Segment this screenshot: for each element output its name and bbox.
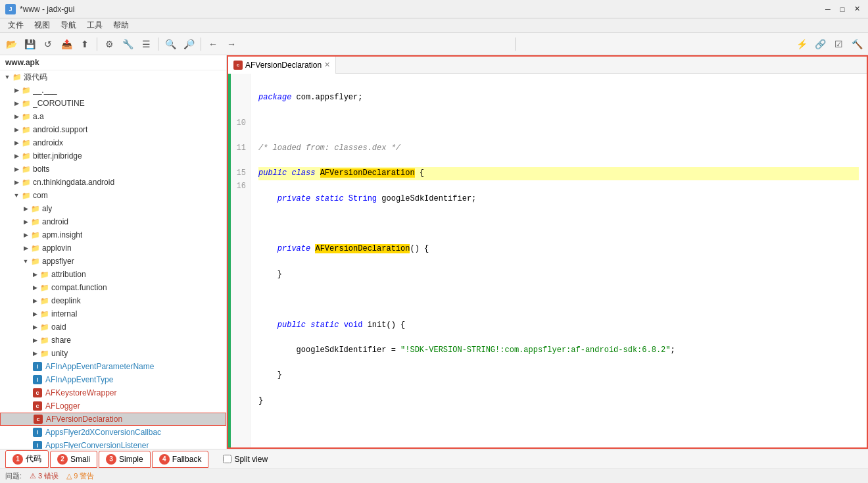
toolbar-separator-1 bbox=[97, 38, 97, 51]
tree-node-android-support[interactable]: ▶ 📁 android.support bbox=[0, 123, 226, 136]
toolbar-decompile2[interactable]: 🔧 bbox=[119, 36, 136, 53]
tree-node-androidx[interactable]: ▶ 📁 androidx bbox=[0, 136, 226, 149]
status-errors: ⚠ 3 错误 bbox=[30, 471, 59, 481]
tree-node-AFLogger[interactable]: c AFLogger bbox=[0, 399, 226, 413]
code-lines: package com.appsflyer; /* loaded from: c… bbox=[251, 74, 867, 447]
tree-node-com[interactable]: ▼ 📁 com bbox=[0, 189, 226, 202]
folder-icon-bitter: 📁 bbox=[21, 151, 32, 161]
tree-node-oaid[interactable]: ▶ 📁 oaid bbox=[0, 320, 226, 334]
tab-close-button[interactable]: ✕ bbox=[324, 61, 330, 69]
class-icon-AFKeystoreWrapper: c bbox=[33, 388, 42, 397]
toolbar-export2[interactable]: ⬆ bbox=[76, 36, 93, 53]
menu-tools[interactable]: 工具 bbox=[82, 18, 108, 32]
window-controls: ─ □ ✕ bbox=[822, 3, 863, 15]
tree-node-appsflyer[interactable]: ▼ 📁 appsflyer bbox=[0, 255, 226, 268]
interface-icon-AppsFlyer2dX: I bbox=[33, 428, 42, 437]
tree-node-apm[interactable]: ▶ 📁 apm.insight bbox=[0, 228, 226, 242]
apk-label: www.apk bbox=[0, 55, 226, 70]
tree-node-compat[interactable]: ▶ 📁 compat.function bbox=[0, 281, 226, 294]
tree-node-bitter[interactable]: ▶ 📁 bitter.jnibridge bbox=[0, 149, 226, 163]
maximize-button[interactable]: □ bbox=[836, 3, 848, 15]
tree-node-aa[interactable]: ▶ 📁 a.a bbox=[0, 110, 226, 123]
tree-node-unity[interactable]: ▶ 📁 unity bbox=[0, 347, 226, 360]
toolbar-export[interactable]: 📤 bbox=[58, 36, 75, 53]
toolbar-save[interactable]: 💾 bbox=[21, 36, 38, 53]
toolbar-search[interactable]: 🔍 bbox=[162, 36, 179, 53]
tree-node-android[interactable]: ▶ 📁 android bbox=[0, 215, 226, 228]
tree-root[interactable]: ▼ 📁 源代码 bbox=[0, 70, 226, 84]
tree-node-AppsFlyerConversionListener[interactable]: I AppsFlyerConversionListener bbox=[0, 439, 226, 449]
split-view-checkbox[interactable] bbox=[223, 455, 231, 463]
toolbar-settings-2[interactable]: 🔗 bbox=[811, 36, 829, 53]
tree-node-share[interactable]: ▶ 📁 share bbox=[0, 334, 226, 347]
menu-bar: 文件 视图 导航 工具 帮助 bbox=[0, 18, 868, 33]
tree-node-coroutine[interactable]: ▶ 📁 _COROUTINE bbox=[0, 97, 226, 110]
tree-node-cn[interactable]: ▶ 📁 cn.thinkingdata.android bbox=[0, 176, 226, 189]
code-editor[interactable]: 10 11 15 16 package com.appsflyer; /* lo… bbox=[228, 74, 867, 447]
tree-node-internal[interactable]: ▶ 📁 internal bbox=[0, 307, 226, 320]
status-warnings: △ 9 警告 bbox=[66, 471, 94, 481]
warning-count: 9 警告 bbox=[74, 471, 94, 481]
title-text: *www - jadx-gui bbox=[20, 5, 74, 14]
bottom-tab-smali[interactable]: 2 Smali bbox=[50, 451, 97, 468]
toolbar-refresh[interactable]: ↺ bbox=[39, 36, 57, 53]
tree-node-applovin[interactable]: ▶ 📁 applovin bbox=[0, 242, 226, 255]
toolbar-view[interactable]: ☰ bbox=[137, 36, 155, 53]
toolbar-decompile[interactable]: ⚙ bbox=[101, 36, 118, 53]
menu-navigate[interactable]: 导航 bbox=[55, 18, 82, 32]
bottom-tab-simple[interactable]: 3 Simple bbox=[99, 451, 151, 468]
tree-node-AFVersionDeclaration[interactable]: c AFVersionDeclaration bbox=[0, 413, 226, 426]
tree-node-AFInAppEventType[interactable]: I AFInAppEventType bbox=[0, 373, 226, 386]
toolbar-open[interactable]: 📂 bbox=[3, 36, 20, 53]
tree-node-attribution[interactable]: ▶ 📁 attribution bbox=[0, 268, 226, 281]
bottom-panel: 1 代码 2 Smali 3 Simple 4 Fallback Split v… bbox=[0, 449, 868, 469]
tree-node-deeplink[interactable]: ▶ 📁 deeplink bbox=[0, 294, 226, 307]
folder-icon-dotdot: 📁 bbox=[21, 86, 32, 95]
tree-node-aly[interactable]: ▶ 📁 aly bbox=[0, 202, 226, 215]
tab-class-icon: c bbox=[233, 61, 243, 70]
tree-node-dotdot[interactable]: ▶ 📁 __.___ bbox=[0, 84, 226, 97]
tab-num-3: 3 bbox=[106, 454, 116, 465]
tree-node-bolts[interactable]: ▶ 📁 bolts bbox=[0, 163, 226, 176]
folder-icon-coroutine: 📁 bbox=[21, 99, 32, 108]
app-icon: J bbox=[5, 4, 16, 14]
toolbar-settings-4[interactable]: 🔨 bbox=[848, 36, 865, 53]
folder-icon-bolts: 📁 bbox=[21, 165, 32, 174]
folder-icon-android-support: 📁 bbox=[21, 125, 32, 134]
menu-help[interactable]: 帮助 bbox=[108, 18, 134, 32]
toolbar-settings-1[interactable]: ⚡ bbox=[793, 36, 810, 53]
minimize-button[interactable]: ─ bbox=[822, 3, 834, 15]
tree-node-AFInAppEventParameterName[interactable]: I AFInAppEventParameterName bbox=[0, 360, 226, 373]
tree-node-AppsFlyer2dX[interactable]: I AppsFlyer2dXConversionCallbac bbox=[0, 426, 226, 439]
title-bar: J *www - jadx-gui ─ □ ✕ bbox=[0, 0, 868, 18]
folder-icon-aly: 📁 bbox=[30, 204, 41, 213]
status-bar: 问题: ⚠ 3 错误 △ 9 警告 bbox=[0, 469, 868, 483]
menu-view[interactable]: 视图 bbox=[29, 18, 55, 32]
folder-icon-internal: 📁 bbox=[39, 309, 50, 318]
toolbar-forward[interactable]: → bbox=[223, 36, 240, 53]
tree-node-AFKeystoreWrapper[interactable]: c AFKeystoreWrapper bbox=[0, 386, 226, 399]
folder-icon-root: 📁 bbox=[12, 72, 22, 82]
toolbar-back[interactable]: ← bbox=[205, 36, 222, 53]
code-content: 10 11 15 16 package com.appsflyer; /* lo… bbox=[228, 74, 867, 447]
interface-icon-AppsFlyerConversionListener: I bbox=[33, 441, 42, 449]
bottom-tab-fallback[interactable]: 4 Fallback bbox=[152, 451, 209, 468]
close-button[interactable]: ✕ bbox=[851, 3, 863, 15]
folder-icon-aa: 📁 bbox=[21, 112, 32, 121]
code-area: c AFVersionDeclaration ✕ 10 11 15 16 bbox=[227, 55, 868, 449]
code-tab[interactable]: c AFVersionDeclaration ✕ bbox=[228, 57, 336, 74]
tab-label-code: 代码 bbox=[26, 453, 41, 465]
tab-label-smali: Smali bbox=[70, 455, 90, 464]
interface-icon-AFInAppEventType: I bbox=[33, 375, 42, 384]
class-icon-AFLogger: c bbox=[33, 401, 42, 411]
folder-icon-compat: 📁 bbox=[39, 283, 50, 292]
menu-file[interactable]: 文件 bbox=[3, 18, 29, 32]
tree-container[interactable]: ▼ 📁 源代码 ▶ 📁 __.___ ▶ 📁 _COROUTINE ▶ 📁 bbox=[0, 70, 226, 449]
split-view-label: Split view bbox=[234, 455, 268, 464]
line-numbers: 10 11 15 16 bbox=[231, 74, 251, 447]
toolbar-settings-3[interactable]: ☑ bbox=[830, 36, 847, 53]
bottom-tab-code[interactable]: 1 代码 bbox=[5, 450, 49, 468]
toolbar-search2[interactable]: 🔎 bbox=[180, 36, 197, 53]
warning-icon: △ bbox=[66, 472, 72, 480]
split-view-container: Split view bbox=[223, 455, 268, 464]
